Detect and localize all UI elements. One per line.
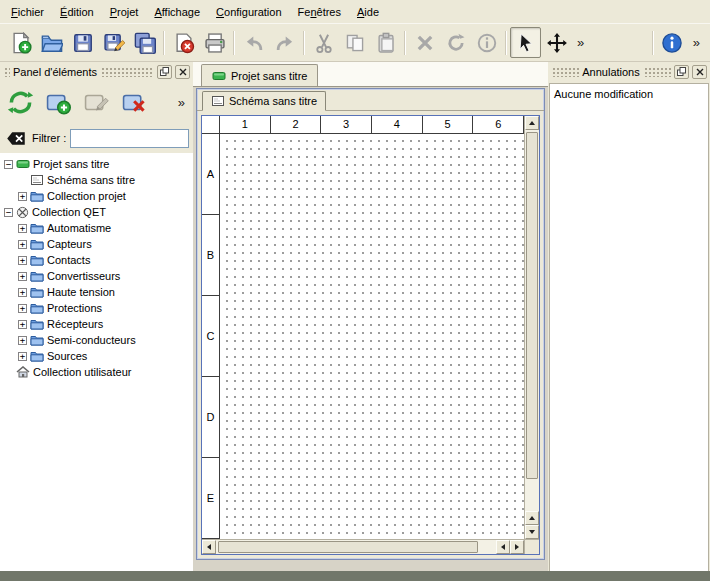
delete-selection-button[interactable] [409,27,440,58]
expand-icon[interactable]: + [18,240,27,249]
tree-item-convertisseurs[interactable]: +Convertisseurs [0,268,193,284]
elements-panel-titlebar[interactable]: Panel d'éléments [0,62,193,81]
tree-item-sources[interactable]: +Sources [0,348,193,364]
undo-dock-titlebar[interactable]: Annulations [548,62,710,81]
close-dock-button[interactable] [692,65,707,79]
scroll-up-button[interactable] [525,116,539,130]
tree-item-projet-sans-titre[interactable]: −Projet sans titre [0,156,193,172]
expand-icon[interactable]: + [18,320,27,329]
tree-item-schema-sans-titre[interactable]: Schéma sans titre [0,172,193,188]
tree-item-automatisme[interactable]: +Automatisme [0,220,193,236]
folder-icon [30,318,44,330]
horizontal-scroll-track[interactable] [216,540,496,554]
menu-edition[interactable]: Édition [52,0,102,23]
tree-item-contacts[interactable]: +Contacts [0,252,193,268]
horizontal-scroll-thumb[interactable] [218,541,478,553]
clear-filter-icon [6,131,26,146]
expand-icon[interactable]: + [18,288,27,297]
menu-affichage[interactable]: Affichage [146,0,208,23]
menu-fichier[interactable]: Fichier [3,0,52,23]
expand-icon[interactable]: + [18,304,27,313]
tree-item-protections[interactable]: +Protections [0,300,193,316]
tree-item-collection-utilisateur[interactable]: Collection utilisateur [0,364,193,380]
folder-icon [30,270,44,282]
expand-icon[interactable]: + [18,224,27,233]
clear-filter-button[interactable] [4,129,28,147]
panel-overflow-button[interactable]: » [178,95,185,110]
tab-projet-sans-titre[interactable]: Projet sans titre [201,64,318,86]
tree-item-collection-projet[interactable]: +Collection projet [0,188,193,204]
menu-configuration[interactable]: Configuration [208,0,289,23]
vertical-scroll-thumb[interactable] [526,132,538,479]
new-project-button[interactable] [5,27,36,58]
scroll-down-button[interactable] [525,525,539,539]
menu-fenetres[interactable]: Fenêtres [290,0,349,23]
expand-icon[interactable]: + [18,352,27,361]
toolbar-separator [233,31,235,55]
about-qet-button[interactable] [657,27,688,58]
ruler-column-6: 6 [473,116,524,134]
tree-item-recepteurs[interactable]: +Récepteurs [0,316,193,332]
delete-element-button[interactable] [117,85,151,119]
delete-icon [414,32,436,54]
horizontal-scrollbar[interactable] [202,539,524,554]
tree-item-haute-tension[interactable]: +Haute tension [0,284,193,300]
undo-list-item: Aucune modification [552,86,706,102]
undo-button[interactable] [238,27,269,58]
copy-button[interactable] [339,27,370,58]
scroll-up-button-2[interactable] [525,511,539,525]
rotate-selection-button[interactable] [440,27,471,58]
tree-item-label: Sources [47,350,87,362]
toolbar-overflow-button[interactable]: » [572,35,589,50]
collapse-icon[interactable]: − [4,160,13,169]
undo-icon [243,32,265,54]
schema-icon [30,174,44,186]
edit-element-button[interactable] [79,85,113,119]
selection-mode-button[interactable] [510,27,541,58]
menu-aide[interactable]: Aide [349,0,387,23]
folder-icon [30,302,44,314]
scroll-right-button[interactable] [510,540,524,554]
close-project-button[interactable] [168,27,199,58]
tree-item-semi-conducteurs[interactable]: +Semi-conducteurs [0,332,193,348]
paste-button[interactable] [370,27,401,58]
expand-icon[interactable]: + [18,336,27,345]
tab-schema-sans-titre[interactable]: Schéma sans titre [202,91,326,111]
menu-projet[interactable]: Projet [102,0,147,23]
float-dock-button[interactable] [674,65,689,79]
help-toolbar-overflow-button[interactable]: » [688,35,705,50]
vertical-scroll-track[interactable] [525,130,539,511]
schema-canvas[interactable] [220,134,524,539]
open-project-button[interactable] [36,27,67,58]
expand-icon[interactable]: + [18,192,27,201]
ruler-row-c: C [202,296,220,377]
close-dock-button[interactable] [175,65,190,79]
move-tool-icon [546,32,568,54]
scroll-left-button[interactable] [202,540,216,554]
pan-mode-button[interactable] [541,27,572,58]
vertical-scrollbar[interactable] [524,116,539,539]
tree-item-capteurs[interactable]: +Capteurs [0,236,193,252]
filter-input[interactable] [70,129,189,148]
dock-handle-texture [551,66,579,77]
save-project-as-button[interactable] [98,27,129,58]
scroll-left-button-2[interactable] [496,540,510,554]
print-button[interactable] [199,27,230,58]
new-element-button[interactable] [41,85,75,119]
project-icon [212,70,226,82]
tree-item-label: Projet sans titre [33,158,109,170]
cut-button[interactable] [308,27,339,58]
save-all-button[interactable] [129,27,160,58]
save-project-button[interactable] [67,27,98,58]
expand-icon[interactable]: + [18,256,27,265]
selection-info-button[interactable] [471,27,502,58]
reload-collections-button[interactable] [3,85,37,119]
expand-icon[interactable]: + [18,272,27,281]
float-dock-button[interactable] [157,65,172,79]
undo-history-list[interactable]: Aucune modification [549,83,709,581]
redo-button[interactable] [269,27,300,58]
collapse-icon[interactable]: − [4,208,13,217]
folder-icon [30,350,44,362]
info-gray-icon [476,32,498,54]
tree-item-collection-qet[interactable]: −Collection QET [0,204,193,220]
